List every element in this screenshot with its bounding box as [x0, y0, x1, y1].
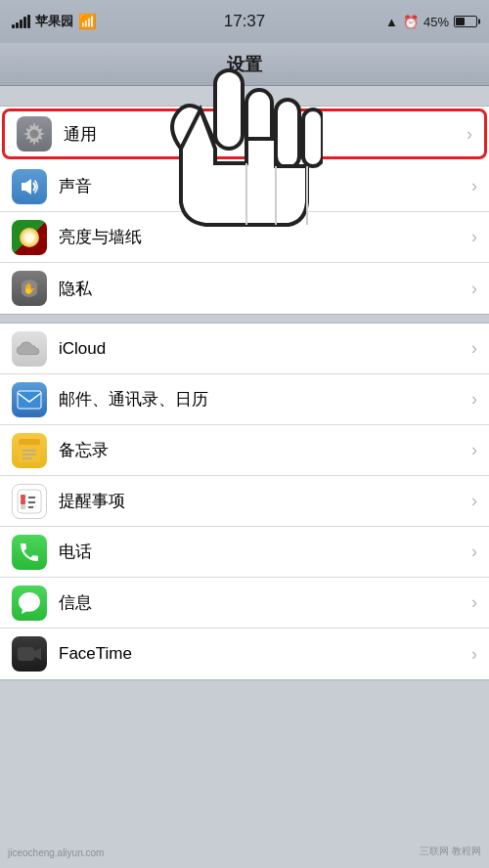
icon-messages — [12, 586, 47, 621]
row-label-liangdu: 亮度与墙纸 — [59, 226, 471, 248]
watermark-right: 三联网 教程网 — [420, 845, 481, 858]
status-left: 苹果园 📶 — [12, 13, 97, 30]
icon-notes — [12, 433, 47, 468]
svg-marker-2 — [22, 179, 31, 195]
settings-row-facetime[interactable]: FaceTime › — [0, 629, 489, 679]
row-label-mail: 邮件、通讯录、日历 — [59, 388, 471, 411]
facetime-svg — [17, 644, 42, 664]
location-icon: ▲ — [385, 15, 398, 29]
svg-point-1 — [30, 130, 39, 139]
chevron-messages: › — [471, 592, 477, 613]
icon-yinsi: ✋ — [12, 271, 47, 306]
status-time: 17:37 — [224, 12, 266, 31]
row-label-icloud: iCloud — [59, 339, 471, 359]
svg-rect-20 — [18, 647, 34, 661]
wifi-icon: 📶 — [78, 13, 97, 30]
row-label-tongyong: 通用 — [64, 123, 467, 146]
page-title: 设置 — [227, 53, 262, 76]
battery-percent: 45% — [423, 15, 449, 29]
settings-row-mail[interactable]: 邮件、通讯录、日历 › — [0, 374, 489, 425]
svg-rect-16 — [21, 504, 25, 509]
settings-group-2: iCloud › 邮件、通讯录、日历 › — [0, 323, 489, 680]
messages-svg — [17, 590, 42, 616]
settings-row-yinsi[interactable]: ✋ 隐私 › — [0, 263, 489, 314]
chevron-shengyin: › — [471, 176, 477, 196]
icon-reminders — [12, 484, 47, 519]
row-label-notes: 备忘录 — [59, 439, 471, 461]
status-bar: 苹果园 📶 17:37 ▲ ⏰ 45% — [0, 0, 489, 43]
icon-tongyong — [17, 116, 52, 152]
icon-icloud — [12, 331, 47, 367]
svg-marker-21 — [34, 648, 41, 660]
settings-row-messages[interactable]: 信息 › — [0, 578, 489, 629]
chevron-liangdu: › — [471, 227, 477, 247]
icon-facetime — [12, 636, 47, 672]
settings-content: 通用 › 声音 › 亮度与墙纸 › — [0, 86, 489, 704]
settings-row-phone[interactable]: 电话 › — [0, 527, 489, 578]
row-label-reminders: 提醒事项 — [59, 490, 471, 512]
row-label-messages: 信息 — [59, 591, 471, 614]
sound-svg — [18, 175, 41, 198]
settings-row-notes[interactable]: 备忘录 › — [0, 425, 489, 476]
icon-liangdu — [12, 220, 47, 255]
icon-mail — [12, 382, 47, 417]
svg-rect-6 — [19, 439, 40, 445]
svg-text:✋: ✋ — [22, 282, 36, 295]
signal-icon — [12, 15, 30, 28]
row-label-facetime: FaceTime — [59, 644, 471, 664]
settings-row-shengyin[interactable]: 声音 › — [0, 161, 489, 212]
privacy-svg: ✋ — [18, 277, 41, 300]
svg-rect-15 — [21, 499, 25, 504]
settings-row-icloud[interactable]: iCloud › — [0, 324, 489, 374]
row-label-phone: 电话 — [59, 541, 471, 563]
icon-phone — [12, 535, 47, 570]
chevron-reminders: › — [471, 491, 477, 511]
chevron-phone: › — [471, 542, 477, 562]
mail-svg — [17, 390, 42, 410]
battery-icon — [454, 16, 477, 27]
chevron-mail: › — [471, 389, 477, 410]
reminders-svg — [17, 489, 42, 514]
settings-row-reminders[interactable]: 提醒事项 › — [0, 476, 489, 527]
chevron-icloud: › — [471, 338, 477, 359]
settings-row-tongyong[interactable]: 通用 › — [2, 108, 487, 159]
settings-group-1: 通用 › 声音 › 亮度与墙纸 › — [0, 106, 489, 315]
chevron-facetime: › — [471, 644, 477, 665]
status-right: ▲ ⏰ 45% — [385, 15, 477, 29]
svg-rect-14 — [21, 495, 25, 499]
svg-rect-4 — [18, 391, 41, 409]
phone-svg — [18, 541, 41, 564]
icon-shengyin — [12, 169, 47, 204]
notes-svg — [17, 437, 42, 464]
row-label-yinsi: 隐私 — [59, 278, 471, 300]
alarm-icon: ⏰ — [403, 15, 419, 29]
icloud-svg — [16, 339, 43, 359]
chevron-tongyong: › — [467, 124, 472, 145]
chevron-notes: › — [471, 440, 477, 460]
gear-svg — [21, 120, 48, 148]
navigation-bar: 设置 — [0, 43, 489, 86]
watermark-left: jiceocheng.aliyun.com — [8, 847, 104, 858]
chevron-yinsi: › — [471, 279, 477, 299]
row-label-shengyin: 声音 — [59, 175, 471, 197]
settings-row-liangdu[interactable]: 亮度与墙纸 › — [0, 212, 489, 263]
carrier-label: 苹果园 — [35, 13, 73, 30]
